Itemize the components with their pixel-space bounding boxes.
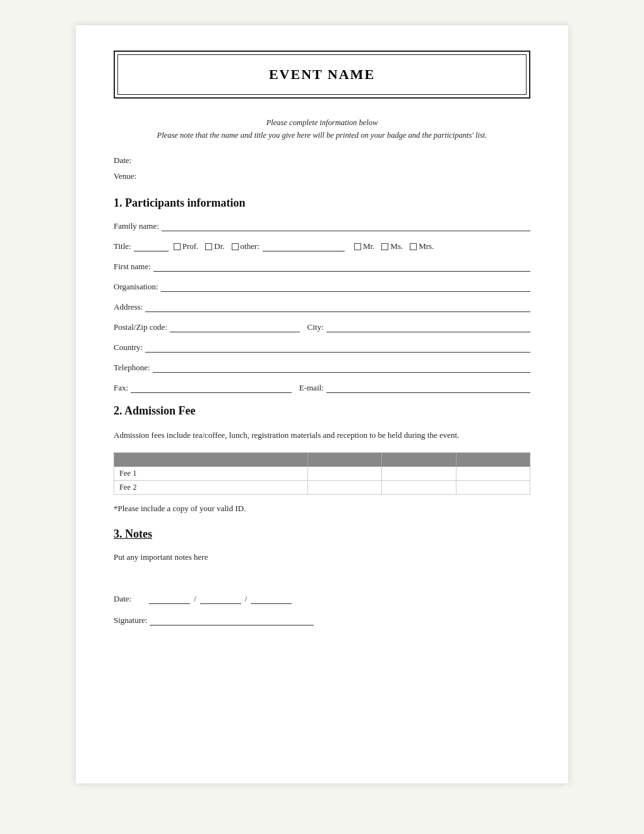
country-row: Country: — [114, 342, 530, 353]
signature-row: Signature: — [114, 615, 530, 626]
header-box-inner: EVENT NAME — [117, 54, 527, 95]
family-name-label: Family name: — [114, 221, 159, 231]
slash2: / — [245, 594, 247, 604]
title-label: Title: — [114, 241, 131, 251]
postal-part: Postal/Zip code: — [114, 322, 300, 332]
prof-label: Prof. — [182, 241, 199, 251]
notes-content: Put any important notes here — [114, 552, 530, 562]
date-venue: Date: Venue: — [114, 153, 530, 184]
admission-text: Admission fees include tea/coffee, lunch… — [114, 429, 530, 442]
organisation-label: Organisation: — [114, 282, 158, 292]
fee-col-2 — [307, 453, 381, 467]
prof-checkbox-item: Prof. — [174, 241, 199, 251]
other-checkbox-item: other: — [232, 241, 259, 251]
address-input[interactable] — [145, 302, 530, 312]
date-label: Date: — [114, 153, 530, 169]
signature-input[interactable] — [150, 615, 314, 626]
signature-area: Date: / / Signature: — [114, 594, 530, 626]
event-title: EVENT NAME — [269, 66, 375, 82]
fee2-label: Fee 2 — [114, 481, 308, 495]
ms-checkbox[interactable] — [381, 243, 388, 250]
city-part: City: — [307, 322, 530, 332]
city-label: City: — [307, 322, 324, 332]
fee1-col4 — [456, 467, 530, 481]
page: EVENT NAME Please complete information b… — [76, 25, 568, 783]
postal-label: Postal/Zip code: — [114, 322, 167, 332]
other-label: other: — [241, 241, 259, 251]
date-line-row: Date: / / — [114, 594, 530, 604]
table-row: Fee 1 — [114, 467, 530, 481]
fax-part: Fax: — [114, 383, 292, 393]
telephone-input[interactable] — [153, 363, 530, 373]
fee-table-header-row — [114, 453, 530, 467]
title-checkboxes: Prof. Dr. other: Mr. Ms. Mrs. — [174, 241, 434, 251]
instruction-line1: Please complete information below — [114, 116, 530, 129]
postal-input[interactable] — [170, 322, 300, 332]
email-input[interactable] — [326, 383, 530, 393]
mr-checkbox[interactable] — [354, 243, 361, 250]
section2-heading: 2. Admission Fee — [114, 404, 530, 418]
country-input[interactable] — [145, 342, 530, 353]
mr-label: Mr. — [363, 241, 374, 251]
instructions: Please complete information below Please… — [114, 116, 530, 142]
dr-checkbox[interactable] — [205, 243, 212, 250]
fee-col-4 — [456, 453, 530, 467]
first-name-row: First name: — [114, 262, 530, 272]
title-input[interactable] — [134, 241, 169, 251]
fee-col-3 — [382, 453, 456, 467]
telephone-row: Telephone: — [114, 363, 530, 373]
fee-table: Fee 1 Fee 2 — [114, 452, 530, 495]
address-label: Address: — [114, 302, 143, 312]
slash1: / — [194, 594, 196, 604]
instruction-line2: Please note that the name and title you … — [114, 129, 530, 142]
table-row: Fee 2 — [114, 481, 530, 495]
section1-heading: 1. Participants information — [114, 196, 530, 210]
fee-col-1 — [114, 453, 308, 467]
email-label: E-mail: — [299, 383, 324, 393]
fax-input[interactable] — [131, 383, 292, 393]
first-name-input[interactable] — [153, 262, 530, 272]
fee1-col2 — [307, 467, 381, 481]
fax-label: Fax: — [114, 383, 128, 393]
venue-label: Venue: — [114, 169, 530, 184]
mrs-checkbox[interactable] — [410, 243, 417, 250]
mrs-label: Mrs. — [419, 241, 434, 251]
fee-table-body: Fee 1 Fee 2 — [114, 467, 530, 495]
fee-table-header — [114, 453, 530, 467]
country-label: Country: — [114, 342, 143, 353]
fee2-col2 — [307, 481, 381, 495]
section3-heading: 3. Notes — [114, 528, 530, 541]
title-row: Title: Prof. Dr. other: Mr. Ms. — [114, 241, 530, 251]
organisation-row: Organisation: — [114, 282, 530, 292]
footer-date-label: Date: — [114, 594, 131, 604]
email-part: E-mail: — [299, 383, 530, 393]
mr-checkbox-item: Mr. — [354, 241, 374, 251]
valid-id-note: *Please include a copy of your valid ID. — [114, 504, 530, 514]
date-year-input[interactable] — [251, 594, 292, 604]
other-input[interactable] — [263, 241, 345, 251]
dr-checkbox-item: Dr. — [205, 241, 224, 251]
city-input[interactable] — [326, 322, 530, 332]
fee1-col3 — [382, 467, 456, 481]
header-box: EVENT NAME — [114, 51, 530, 99]
address-row: Address: — [114, 302, 530, 312]
ms-label: Ms. — [390, 241, 403, 251]
family-name-row: Family name: — [114, 221, 530, 231]
telephone-label: Telephone: — [114, 363, 150, 373]
organisation-input[interactable] — [161, 282, 530, 292]
fee1-label: Fee 1 — [114, 467, 308, 481]
dr-label: Dr. — [214, 241, 224, 251]
date-month-input[interactable] — [200, 594, 241, 604]
first-name-label: First name: — [114, 262, 151, 272]
mrs-checkbox-item: Mrs. — [410, 241, 434, 251]
other-checkbox[interactable] — [232, 243, 239, 250]
fee2-col4 — [456, 481, 530, 495]
fax-email-row: Fax: E-mail: — [114, 383, 530, 393]
date-row: Date: / / — [114, 594, 530, 604]
family-name-input[interactable] — [162, 221, 530, 231]
date-day-input[interactable] — [149, 594, 190, 604]
prof-checkbox[interactable] — [174, 243, 181, 250]
ms-checkbox-item: Ms. — [381, 241, 403, 251]
postal-city-row: Postal/Zip code: City: — [114, 322, 530, 332]
fee2-col3 — [382, 481, 456, 495]
